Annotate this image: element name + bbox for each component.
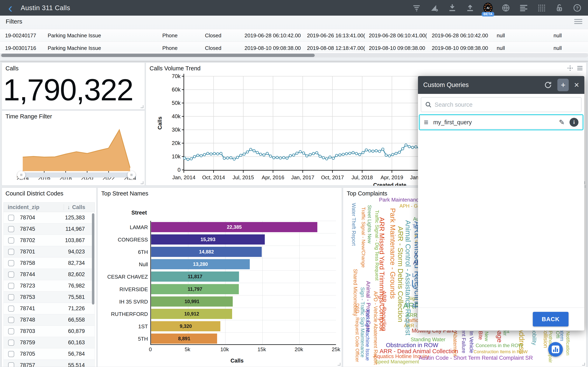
row-checkbox[interactable] [8,362,14,367]
cloud-word[interactable]: APD - Vehicle Abatement Report [373,291,378,365]
district-row[interactable]: 78741 71,226 [4,303,94,314]
chart-settings-icon[interactable] [430,3,439,13]
cloud-word[interactable]: Standing Water [411,337,445,342]
slider-handle-left[interactable]: ≡ [17,171,25,179]
cloud-word[interactable]: Parking Machine Issue [365,309,370,361]
row-checkbox[interactable] [8,249,14,255]
row-checkbox[interactable] [8,260,14,266]
search-source-field[interactable] [421,97,581,112]
row-checkbox[interactable] [8,351,14,357]
resize-handle[interactable] [141,105,144,108]
cloud-word[interactable]: Concerns in the ROW [476,343,523,348]
resize-handle[interactable] [582,363,585,366]
filter-icon[interactable] [412,3,421,13]
filters-horizontal-scrollbar[interactable] [0,53,588,57]
row-checkbox[interactable] [8,317,14,323]
bar-ih-35-svrd[interactable]: 10,991 [151,296,233,307]
column-header-calls[interactable]: ↓ Calls [67,204,94,210]
chart-fab-button[interactable] [548,342,563,357]
filters-table-row[interactable]: 19-00240177Parking Machine IssuePhoneClo… [0,29,588,42]
globe-icon[interactable] [501,3,511,13]
bar-5th[interactable]: 8,891 [151,334,217,344]
cloud-word[interactable]: ARR - Storm Debris Collection [397,226,404,322]
align-left-icon[interactable] [519,3,528,13]
row-checkbox[interactable] [8,283,14,289]
district-row[interactable]: 78745 114,967 [4,224,94,235]
cloud-word[interactable]: Address [518,327,525,354]
refresh-icon[interactable] [544,81,552,89]
district-row[interactable]: 78744 82,602 [4,269,94,280]
back-button-panel[interactable]: BACK [533,312,569,326]
district-row[interactable]: 78757 55,514 [4,360,94,367]
cloud-word[interactable]: Traffic Signal - New/Change [361,207,366,268]
time-range-slider[interactable]: ≡ ≡ [21,173,132,177]
cloud-word[interactable]: Water Theft Report [351,203,356,246]
row-checkbox[interactable] [8,306,14,312]
district-row[interactable]: 78758 82,734 [4,258,94,269]
widget-menu-icon[interactable] [576,65,583,72]
move-widget-icon[interactable] [567,65,574,72]
bar-lamar[interactable]: 22,385 [151,222,317,232]
cloud-word[interactable]: nobility [531,328,537,345]
column-header-zip[interactable]: incident_zip [4,204,39,210]
row-checkbox[interactable] [8,272,14,278]
filters-menu-icon[interactable] [574,18,582,25]
bar-rutherford[interactable]: 10,912 [151,309,232,319]
bar-6th[interactable]: 14,882 [151,247,262,257]
bar-null[interactable]: 13,280 [151,259,250,269]
close-icon[interactable]: × [574,81,579,89]
add-query-button[interactable]: + [557,79,569,91]
resize-handle[interactable] [141,181,144,184]
bar-1st[interactable]: 9,320 [151,321,220,331]
search-source-input[interactable] [435,101,578,108]
grid-dots-icon[interactable] [537,3,546,13]
slider-handle-right[interactable]: ≡ [128,171,136,179]
edit-pencil-icon[interactable]: ✎ [559,118,565,126]
district-row[interactable]: 78702 103,867 [4,235,94,246]
district-row[interactable]: 78705 56,784 [4,348,94,360]
cloud-word[interactable]: ent Failure [461,329,466,353]
cloud-word[interactable]: l In Vehicle [469,329,474,353]
help-icon[interactable]: ? [573,3,582,13]
download-icon[interactable] [448,3,457,13]
street-bar-chart[interactable]: 22,38515,29314,88213,28011,81711,79710,9… [150,221,336,345]
cloud-word[interactable]: ARR - Recycling [381,291,387,331]
row-checkbox[interactable] [8,340,14,346]
row-checkbox[interactable] [8,237,14,243]
row-checkbox[interactable] [8,328,14,334]
row-checkbox[interactable] [8,226,14,232]
district-row[interactable]: 78759 60,163 [4,337,94,348]
unlock-icon[interactable] [555,3,564,13]
district-row[interactable]: 78704 125,383 [4,212,94,224]
cloud-word[interactable]: Street Lights New [367,205,372,243]
cloud-word[interactable]: Sign - Traffic Sign Maintenance [360,287,365,358]
cloud-word[interactable]: Austin Code - Short Term Rental Complain… [419,355,533,361]
district-row[interactable]: 78748 66,558 [4,314,94,326]
drag-handle-icon[interactable]: ≡ [424,118,428,126]
resize-handle[interactable] [338,363,341,366]
cloud-word[interactable]: i Abatement [453,330,458,357]
bar-riverside[interactable]: 11,797 [151,284,239,294]
row-checkbox[interactable] [8,294,14,300]
cloud-word[interactable]: Obstruction in ROW [386,342,438,348]
district-row[interactable]: 78723 76,982 [4,280,94,292]
row-checkbox[interactable] [8,215,14,221]
scrollbar-thumb[interactable] [1,54,315,57]
ai-beta-icon[interactable]: AIBETA [483,3,493,13]
district-row[interactable]: 78753 75,581 [4,292,94,303]
bar-congress[interactable]: 15,293 [151,234,265,244]
district-vertical-scrollbar[interactable] [92,213,94,305]
cloud-word[interactable]: Animal Control - Assistance Request [405,220,412,335]
bar-cesar-chavez[interactable]: 11,817 [151,272,239,282]
cloud-word[interactable]: Park Maintenance - Grounds [389,208,396,299]
cloud-word[interactable]: DSD - Request Code Officer [355,303,359,362]
cloud-word[interactable]: Speed Management [375,359,419,364]
info-icon[interactable]: i [570,118,579,127]
time-range-area-chart[interactable]: 201420162018202020222024 [2,119,145,180]
filters-table-row[interactable]: 19-00301716Parking Machine IssuePhoneClo… [0,42,588,52]
district-row[interactable]: 78701 94,023 [4,246,94,258]
upload-icon[interactable] [465,3,475,13]
back-button[interactable]: ‹ [6,3,15,13]
query-list-item[interactable]: ≡ my_first_query ✎ i [420,116,582,129]
district-row[interactable]: 78703 60,879 [4,326,94,337]
